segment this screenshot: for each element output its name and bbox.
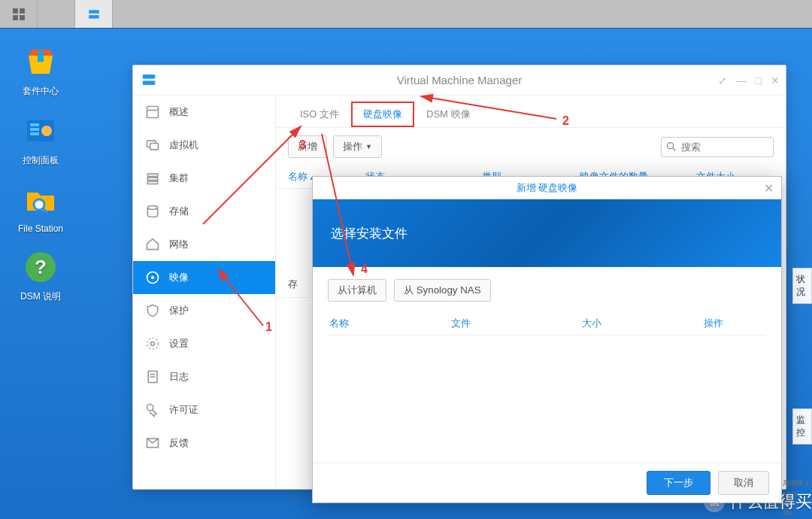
next-button[interactable]: 下一步 [647,471,710,495]
actions-button[interactable]: 操作▼ [333,135,382,158]
sidebar-label-storage: 存储 [169,205,189,218]
chevron-down-icon: ▼ [365,143,372,150]
sidebar: 概述 虚拟机 集群 存储 网络 映像 保护 设置 日志 许可证 反馈 [133,96,276,489]
sidebar-label-vm: 虚拟机 [169,138,198,152]
dialog-banner: 选择安装文件 [313,199,781,267]
apps-button[interactable] [0,0,38,28]
sidebar-label-cluster: 集群 [169,171,189,185]
svg-rect-5 [89,15,99,19]
desktop-icons: 套件中心 控制面板 File Station ? DSM 说明 [11,44,71,318]
dcol-size[interactable]: 大小 [582,317,704,330]
svg-point-28 [151,342,155,346]
sidebar-label-network: 网络 [169,238,189,251]
svg-text:?: ? [35,256,47,278]
dsm-help-label: DSM 说明 [11,290,71,303]
close-icon[interactable]: ✕ [771,74,780,86]
svg-rect-16 [143,74,156,79]
sidebar-label-image: 映像 [169,271,189,284]
from-computer-button[interactable]: 从计算机 [328,279,386,302]
svg-rect-21 [150,144,159,150]
pin-icon[interactable]: ⤢ [718,74,727,86]
svg-point-27 [151,276,153,278]
pkg-tb-button[interactable] [38,0,75,28]
row-stub: 存 [276,272,310,298]
from-synology-nas-button[interactable]: 从 Synology NAS [394,279,491,302]
sidebar-item-network[interactable]: 网络 [133,228,275,261]
svg-rect-2 [13,15,18,20]
add-disk-image-dialog: 新增 硬盘映像 ✕ 选择安装文件 从计算机 从 Synology NAS 名称 … [312,176,782,503]
sidebar-label-feedback: 反馈 [169,436,189,450]
tab-iso[interactable]: ISO 文件 [288,102,351,127]
sidebar-item-image[interactable]: 映像 [133,261,275,294]
svg-point-12 [34,199,44,210]
maximize-icon[interactable]: □ [756,74,762,86]
sidebar-item-vm[interactable]: 虚拟机 [133,129,275,162]
window-title: Virtual Machine Manager [397,74,522,86]
svg-rect-23 [147,178,157,180]
svg-rect-24 [147,181,157,184]
sidebar-item-settings[interactable]: 设置 [133,327,275,360]
dialog-title: 新增 硬盘映像 [517,181,578,195]
search-icon [665,141,677,153]
sidebar-item-overview[interactable]: 概述 [133,96,275,129]
minimize-icon[interactable]: — [736,74,747,86]
pkg-center-label: 套件中心 [11,85,71,98]
sidebar-label-protect: 保护 [169,304,189,317]
sidebar-label-license: 许可证 [169,403,198,417]
sidebar-label-log: 日志 [169,370,189,384]
dcol-file[interactable]: 文件 [451,317,582,330]
svg-rect-9 [30,128,39,131]
file-station-label: File Station [11,223,71,234]
vmm-app-icon [141,71,157,90]
tab-disk-image[interactable]: 硬盘映像 [351,102,414,127]
svg-point-35 [668,142,674,148]
sidebar-item-license[interactable]: 许可证 [133,393,275,426]
sidebar-item-protect[interactable]: 保护 [133,294,275,327]
svg-rect-4 [89,10,99,14]
svg-rect-17 [143,80,156,85]
svg-rect-8 [30,123,39,126]
search-input[interactable] [661,137,774,157]
svg-point-25 [147,206,157,210]
dialog-banner-text: 选择安装文件 [331,225,408,242]
toolbar: 新增 操作▼ [276,128,786,165]
sidebar-item-feedback[interactable]: 反馈 [133,426,275,460]
svg-rect-6 [38,51,44,62]
svg-line-36 [673,148,675,150]
monitor-panel-hint: 监控 [792,408,812,445]
sidebar-label-settings: 设置 [169,337,189,351]
svg-rect-3 [20,15,25,20]
status-panel-hint: 状况 [792,268,812,304]
control-panel-label: 控制面板 [11,154,71,167]
add-button[interactable]: 新增 [288,135,327,158]
svg-point-29 [147,338,159,350]
sidebar-item-cluster[interactable]: 集群 [133,162,275,195]
file-station-icon[interactable]: File Station [11,182,71,234]
svg-rect-22 [147,174,157,176]
svg-rect-10 [30,132,39,135]
pkg-center-icon[interactable]: 套件中心 [11,44,71,98]
tabs: ISO 文件 硬盘映像 DSM 映像 [276,96,786,128]
dialog-close-icon[interactable]: ✕ [764,181,774,196]
tab-dsm-image[interactable]: DSM 映像 [414,102,483,127]
svg-point-11 [41,126,52,136]
dialog-table-header: 名称 文件 大小 操作 [328,312,766,335]
actions-label: 操作 [343,140,362,153]
svg-rect-18 [147,107,159,118]
svg-rect-1 [20,8,25,14]
svg-rect-0 [13,8,18,14]
dialog-titlebar[interactable]: 新增 硬盘映像 ✕ [313,177,781,199]
window-titlebar[interactable]: Virtual Machine Manager ⤢ — □ ✕ [133,65,786,96]
taskbar [0,0,812,29]
sidebar-label-overview: 概述 [169,105,189,119]
dcol-name[interactable]: 名称 [329,317,451,330]
dcol-action[interactable]: 操作 [704,317,765,330]
sidebar-item-storage[interactable]: 存储 [133,195,275,228]
control-panel-icon[interactable]: 控制面板 [11,113,71,167]
vmm-tb-button[interactable] [75,0,113,28]
cancel-button[interactable]: 取消 [718,471,769,495]
dsm-help-icon[interactable]: ? DSM 说明 [11,249,71,303]
sidebar-item-log[interactable]: 日志 [133,360,275,393]
